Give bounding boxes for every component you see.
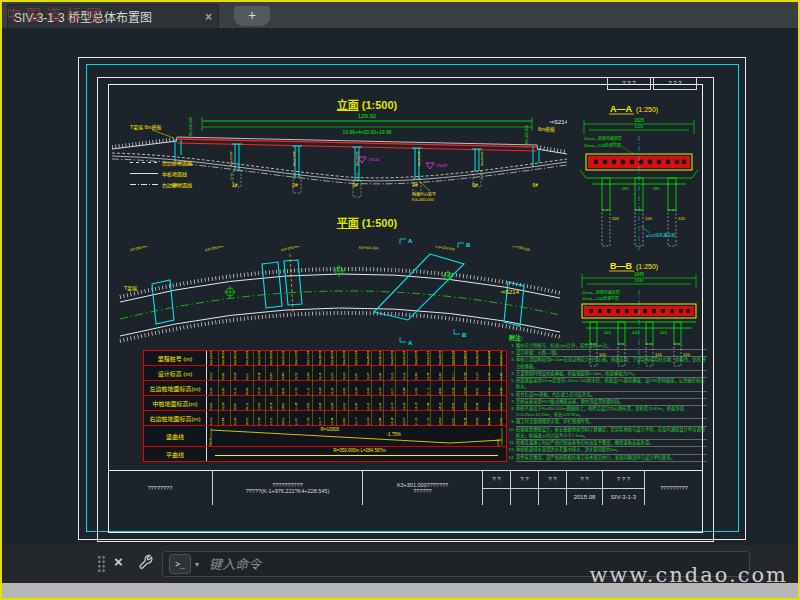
plan-stations: K3+236.040K3+256.000K3+276.000K3+301.000… (130, 246, 530, 258)
legend-item: 左边桩地面线 (130, 157, 234, 168)
section-b-title: B—B (610, 261, 632, 271)
tab-bar: SIV-3-1-3 桥型总体布置图 × + (2, 2, 798, 28)
section-b-layer2: 10cm—C40砼调平层 (582, 295, 619, 301)
svg-text:120: 120 (645, 216, 652, 221)
table-row-design-elev: 63.5263.4563.3663.2763.1863.0963.0062.92… (207, 366, 506, 381)
note-item: 本桥桥面排水采用泄水孔集中排水，泄水管间距约5m。 (516, 447, 707, 454)
titleblock-number-cell: ? ? ? SIV-3-1-3 (603, 471, 645, 505)
section-b-scale: (1:250) (636, 263, 658, 271)
elev-dim-total: 129.92 (358, 113, 377, 119)
section-a-pile-label: φ120钻孔灌注桩 (646, 232, 675, 238)
title-block: ???????? ?????????? ?????(K-1+976.221?K4… (108, 470, 703, 505)
note-item: 本桥平面位于R=350.000m圆曲线上，桥跨沿设计中心线布置，全桥宽15.85… (516, 406, 707, 419)
elev-dim-spans: 19.96+4×20.00+19.96 (342, 129, 391, 135)
legend-item: 右边桩地面线 (130, 179, 234, 190)
elev-pier-stations: K3+256.00K3+276.00K3+296.00K3+316.00K3+3… (230, 146, 484, 166)
notes-list: 图中尺寸除桩号、标高以m计外，其余均以cm计。设计荷载：公路—Ⅰ级。本桥上部结构… (509, 343, 707, 462)
plan-label-left: T梁端 (124, 285, 137, 292)
table-row-mid-ground: 62.0561.5860.8760.1559.5058.7458.0557.38… (207, 396, 506, 411)
section-b-dim1: 1845 (634, 272, 645, 277)
section-a-scale: (1:250) (636, 106, 658, 114)
table-row-label: 平曲线 (144, 447, 207, 461)
elev-pier-note-2: K3+341.000 (412, 197, 434, 202)
tab-close-icon[interactable]: × (205, 10, 212, 24)
plan-section-a-bottom: A (408, 340, 413, 346)
titleblock-last-cell: ????????? (645, 471, 703, 505)
section-b-dim2: 1745 (635, 278, 645, 283)
table-row-stations: K3+236.040K3+240.000K3+245.000K3+250.000… (207, 351, 506, 366)
note-item: 全桥支座采用GYZ板式橡胶支座，墩台顶设置防震挡块。 (516, 399, 707, 406)
table-row-label: 设计标高 (m) (144, 366, 207, 380)
sheet-corner-box-1: ? ? ? (607, 77, 651, 90)
legend-item: 中桩地面线 (130, 168, 234, 179)
titleblock-date: 2015.08 (567, 489, 602, 506)
elev-label-s214: ⇒S214 (549, 119, 567, 125)
section-a-dim-col-r: 580 (653, 186, 660, 191)
elev-label-right-1: 6m搭板 (538, 126, 555, 133)
alignment-data-table: 里程桩号 (m) K3+236.040K3+240.000K3+245.000K… (143, 350, 507, 462)
elev-label-left: T梁端 6m搭板 (130, 124, 161, 131)
svg-text:120: 120 (612, 216, 619, 221)
plan-section-b-bottom: B (462, 332, 467, 338)
plan-drawing: A A B B T梁端 ⇒S214 (112, 224, 567, 349)
status-bar (2, 583, 798, 598)
titleblock-cell-s1: ? ? (483, 471, 511, 505)
vcurve-left-val: 62.72 (209, 428, 212, 446)
note-item: 其余未尽事宜，请严格按照相关施工技术规范执行，发现问题及时与设计单位联系。 (516, 455, 707, 462)
table-row-label: 中桩地面标高(m) (144, 396, 207, 410)
commandbar-drag-handle[interactable] (97, 555, 106, 573)
titleblock-cell-s2: ? ? (511, 471, 539, 505)
note-item: 桩基按摩擦桩设计，桩长根据地质资料计算确定，若实际地质与设计不符，应及时通知设计… (516, 427, 707, 440)
note-item: 施工时注意预埋泄水管、护栏预埋件等。 (516, 419, 707, 426)
section-b-layer1: 10cm—沥青砼铺装层 (582, 289, 620, 295)
command-prompt-icon[interactable]: >_ (169, 554, 191, 574)
commandbar-close-icon[interactable]: × (114, 553, 123, 570)
note-item: 主梁预制时预设桥面横坡，桥面铺装厚0.14m，桥面横坡为2%。 (516, 371, 707, 378)
note-item: 桥台后设6m搭板，台后填土应分层夯实。 (516, 392, 707, 399)
svg-text:120: 120 (678, 216, 685, 221)
wrench-icon[interactable] (138, 554, 154, 574)
sheet-corner-box-2: ? ? ? (653, 77, 697, 90)
vcurve-radius: R=10000 (321, 427, 339, 432)
command-bar: × >_ ▾ (2, 545, 798, 583)
table-row-right-ground: 62.5262.0461.3360.6259.9859.2158.5257.87… (207, 411, 506, 426)
titleblock-cell-s3: ? ? (539, 471, 567, 505)
table-row-label: 竖曲线 (144, 426, 207, 446)
note-item: 桥面铺装采用10cm沥青砼+10cm C40防水砼，桥面设2%双向横坡，设D80… (516, 378, 707, 391)
section-a-dim-col-l: 580 (622, 186, 629, 191)
command-input[interactable] (207, 556, 743, 573)
table-row-hcurve: R=350.000m L=284.587m (207, 447, 506, 461)
table-row-label: 右边桩地面标高(m) (144, 411, 207, 425)
command-input-area[interactable]: >_ ▾ (162, 551, 750, 577)
drawing-tab[interactable]: SIV-3-1-3 桥型总体布置图 × (7, 4, 219, 28)
vcurve-right-val: 59.87 (497, 428, 500, 446)
titleblock-date-cell: ? ? 2015.08 (567, 471, 603, 505)
note-item: 本桥上部结构采用6×20m先张法预应力砼空心板，桥面连续；下部结构采用柱式墩、肋… (516, 357, 707, 370)
vcurve-grade: -1.75% (386, 432, 400, 437)
section-a-dim2: 1525 (635, 124, 645, 129)
cad-viewport[interactable]: ? ? ? ? ? ? 立面 (1:500) 129.92 19.96+4×20… (2, 28, 798, 545)
tab-title: SIV-3-1-3 桥型总体布置图 (14, 8, 201, 25)
section-a-title: A—A (610, 104, 632, 114)
plan-section-a-top: A (408, 238, 413, 244)
titleblock-drawing-number: SIV-3-1-3 (603, 489, 644, 506)
notes-header: 附注: (509, 333, 707, 342)
titleblock-drawing-name: K3+301.000??????? ?????? (363, 471, 483, 505)
titleblock-project: ?????????? ?????(K-1+976.221?K4+228.545) (213, 471, 363, 505)
section-a-dim1: 1625 (634, 118, 645, 123)
table-row-left-ground: 62.3161.8561.1260.4359.7859.0258.3157.66… (207, 381, 506, 396)
table-row-label: 里程桩号 (m) (144, 351, 207, 365)
plan-label-s214: ⇒S214 (500, 289, 520, 295)
elev-end-station-right: K3+355.920 (525, 125, 529, 144)
notes-block: 附注: 图中尺寸除桩号、标高以m计外，其余均以cm计。设计荷载：公路—Ⅰ级。本桥… (509, 333, 707, 485)
elev-end-station-left: K3+236.040 (189, 117, 193, 136)
table-row-vcurve: 62.72 R=10000 -1.75% 59.87 (207, 426, 506, 447)
table-row-label: 左边桩地面标高(m) (144, 381, 207, 395)
section-a-layer1: 10cm—沥青砼铺装层 (584, 135, 622, 141)
new-tab-button[interactable]: + (234, 6, 270, 26)
command-history-dropdown-icon[interactable]: ▾ (195, 560, 199, 569)
titleblock-org: ???????? (108, 471, 213, 505)
ground-line-legend: 左边桩地面线 中桩地面线 右边桩地面线 (130, 157, 234, 190)
section-a-drawing: A—A (1:250) 1625 1525 10cm—沥青砼铺装层 10cm—C… (572, 98, 707, 258)
elev-pier-elevations: 55.4254.8754.3154.7655.38 (230, 167, 484, 180)
